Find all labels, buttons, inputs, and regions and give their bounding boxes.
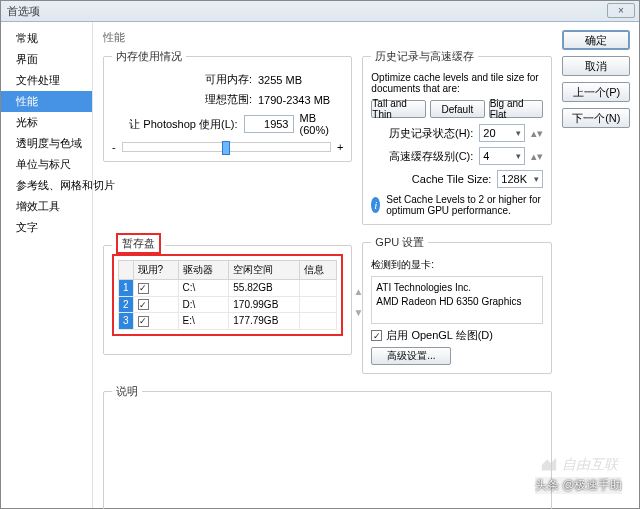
ok-button[interactable]: 确定 bbox=[562, 30, 630, 50]
col-info[interactable]: 信息 bbox=[299, 261, 337, 280]
row-active[interactable] bbox=[133, 296, 178, 313]
close-button[interactable]: × bbox=[607, 3, 635, 18]
sidebar-item-8[interactable]: 增效工具 bbox=[1, 196, 92, 217]
opengl-label: 启用 OpenGL 绘图(D) bbox=[386, 328, 493, 343]
table-row[interactable]: 3E:\177.79GB bbox=[119, 313, 337, 330]
next-button[interactable]: 下一个(N) bbox=[562, 108, 630, 128]
col-free[interactable]: 空闲空间 bbox=[229, 261, 299, 280]
move-down-icon[interactable]: ▼ bbox=[353, 307, 363, 318]
history-group: 历史记录与高速缓存 Optimize cache levels and tile… bbox=[362, 49, 552, 225]
history-desc: Optimize cache levels and tile size for … bbox=[371, 72, 543, 94]
scratch-legend: 暂存盘 bbox=[116, 233, 161, 254]
states-dropdown[interactable]: 20 bbox=[479, 124, 525, 142]
history-legend: 历史记录与高速缓存 bbox=[371, 49, 478, 64]
tall-thin-button[interactable]: Tall and Thin bbox=[371, 100, 426, 118]
sidebar-item-4[interactable]: 光标 bbox=[1, 112, 92, 133]
sidebar-item-9[interactable]: 文字 bbox=[1, 217, 92, 238]
gpu-vendor: ATI Technologies Inc. bbox=[376, 281, 538, 295]
available-label: 可用内存: bbox=[112, 72, 252, 87]
memory-legend: 内存使用情况 bbox=[112, 49, 186, 64]
slider-thumb[interactable] bbox=[222, 141, 230, 155]
spinner-icon[interactable]: ▴▾ bbox=[531, 150, 543, 163]
move-up-icon[interactable]: ▲ bbox=[353, 286, 363, 297]
big-flat-button[interactable]: Big and Flat bbox=[489, 100, 544, 118]
row-active[interactable] bbox=[133, 313, 178, 330]
sidebar-item-5[interactable]: 透明度与色域 bbox=[1, 133, 92, 154]
use-label: 让 Photoshop 使用(L): bbox=[112, 117, 238, 132]
memory-unit: MB (60%) bbox=[300, 112, 344, 136]
row-drive: D:\ bbox=[178, 296, 229, 313]
description-group: 说明 bbox=[103, 384, 552, 509]
states-label: 历史记录状态(H): bbox=[371, 126, 473, 141]
default-cache-button[interactable]: Default bbox=[430, 100, 485, 118]
gpu-detected-label: 检测到的显卡: bbox=[371, 258, 543, 272]
row-drive: E:\ bbox=[178, 313, 229, 330]
sidebar-item-6[interactable]: 单位与标尺 bbox=[1, 154, 92, 175]
spinner-icon[interactable]: ▴▾ bbox=[531, 127, 543, 140]
table-row[interactable]: 2D:\170.99GB bbox=[119, 296, 337, 313]
row-index: 3 bbox=[119, 313, 134, 330]
gpu-card: AMD Radeon HD 6350 Graphics bbox=[376, 295, 538, 309]
row-free: 177.79GB bbox=[229, 313, 299, 330]
memory-group: 内存使用情况 可用内存: 3255 MB 理想范围: 1790-2343 MB … bbox=[103, 49, 352, 162]
opengl-checkbox[interactable] bbox=[371, 330, 382, 341]
sidebar-item-2[interactable]: 文件处理 bbox=[1, 70, 92, 91]
gpu-legend: GPU 设置 bbox=[371, 235, 428, 250]
gpu-group: GPU 设置 检测到的显卡: ATI Technologies Inc. AMD… bbox=[362, 235, 552, 374]
memory-slider[interactable] bbox=[122, 142, 331, 152]
cancel-button[interactable]: 取消 bbox=[562, 56, 630, 76]
preferences-window: 首选项 × 常规界面文件处理性能光标透明度与色域单位与标尺参考线、网格和切片增效… bbox=[0, 0, 640, 509]
titlebar: 首选项 × bbox=[1, 1, 639, 22]
levels-dropdown[interactable]: 4 bbox=[479, 147, 525, 165]
window-title: 首选项 bbox=[7, 4, 40, 19]
scratch-table: 现用? 驱动器 空闲空间 信息 1C:\55.82GB2D:\170.99GB3… bbox=[118, 260, 337, 330]
available-value: 3255 MB bbox=[258, 74, 302, 86]
row-info bbox=[299, 280, 337, 297]
col-active[interactable]: 现用? bbox=[133, 261, 178, 280]
row-active[interactable] bbox=[133, 280, 178, 297]
row-free: 170.99GB bbox=[229, 296, 299, 313]
row-index: 2 bbox=[119, 296, 134, 313]
page-title: 性能 bbox=[103, 30, 630, 45]
logo-icon bbox=[540, 456, 558, 474]
advanced-gpu-button[interactable]: 高级设置... bbox=[371, 347, 451, 365]
row-info bbox=[299, 313, 337, 330]
slider-plus[interactable]: + bbox=[337, 141, 343, 153]
table-row[interactable]: 1C:\55.82GB bbox=[119, 280, 337, 297]
ideal-value: 1790-2343 MB bbox=[258, 94, 330, 106]
slider-minus[interactable]: - bbox=[112, 141, 116, 153]
sidebar-item-0[interactable]: 常规 bbox=[1, 28, 92, 49]
memory-input[interactable] bbox=[244, 115, 294, 133]
description-legend: 说明 bbox=[112, 384, 142, 399]
scratch-group: 暂存盘 现用? 驱动器 空闲空间 信息 1C:\55.82GB2D:\170.9… bbox=[103, 235, 352, 355]
row-index: 1 bbox=[119, 280, 134, 297]
tile-label: Cache Tile Size: bbox=[371, 173, 491, 185]
levels-label: 高速缓存级别(C): bbox=[371, 149, 473, 164]
watermark: 自由互联 bbox=[540, 456, 618, 474]
gpu-card-box: ATI Technologies Inc. AMD Radeon HD 6350… bbox=[371, 276, 543, 324]
sidebar-item-7[interactable]: 参考线、网格和切片 bbox=[1, 175, 92, 196]
credit: 头条 @极速手助 bbox=[535, 477, 623, 494]
cache-info: Set Cache Levels to 2 or higher for opti… bbox=[386, 194, 543, 216]
sidebar-item-3[interactable]: 性能 bbox=[1, 91, 92, 112]
sidebar-item-1[interactable]: 界面 bbox=[1, 49, 92, 70]
row-info bbox=[299, 296, 337, 313]
ideal-label: 理想范围: bbox=[112, 92, 252, 107]
prev-button[interactable]: 上一个(P) bbox=[562, 82, 630, 102]
info-icon: i bbox=[371, 197, 380, 213]
row-free: 55.82GB bbox=[229, 280, 299, 297]
col-drive[interactable]: 驱动器 bbox=[178, 261, 229, 280]
tile-dropdown[interactable]: 128K bbox=[497, 170, 543, 188]
category-sidebar: 常规界面文件处理性能光标透明度与色域单位与标尺参考线、网格和切片增效工具文字 bbox=[1, 22, 93, 508]
row-drive: C:\ bbox=[178, 280, 229, 297]
